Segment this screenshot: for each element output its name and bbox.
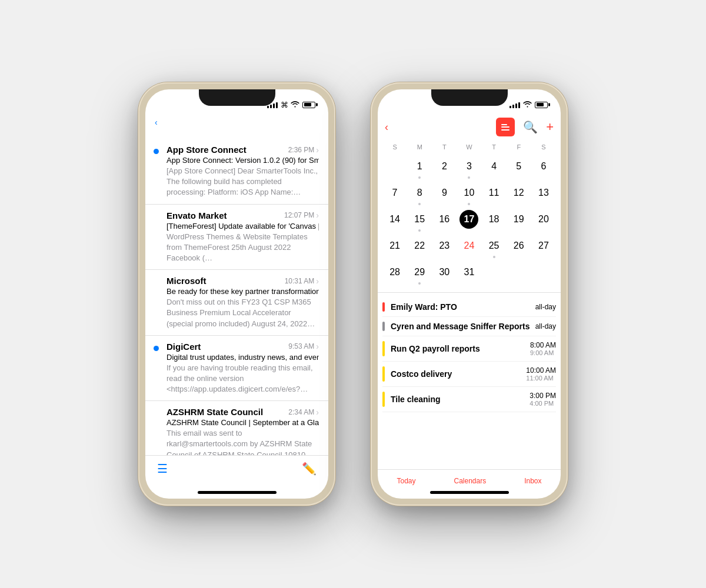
home-indicator-cal	[430, 491, 509, 494]
day-cell[interactable]: 9	[432, 182, 457, 208]
cal-back-button[interactable]: ‹	[385, 121, 389, 133]
mail-back-button[interactable]: ‹	[155, 118, 160, 127]
event-color-bar	[382, 341, 385, 356]
event-color-bar	[382, 366, 385, 382]
event-item[interactable]: Tile cleaning3:00 PM4:00 PM	[382, 387, 556, 412]
email-item[interactable]: AZSHRM State Council2:34 AM›AZSHRM State…	[145, 400, 328, 455]
event-dot	[468, 203, 470, 205]
day-number: 18	[485, 210, 504, 229]
email-item[interactable]: App Store Connect2:36 PM›App Store Conne…	[145, 139, 328, 204]
day-cell[interactable]: 11	[482, 182, 507, 208]
day-cell[interactable]: 4	[482, 155, 507, 182]
battery-icon	[302, 102, 315, 108]
event-item[interactable]: Emily Ward: PTOall-day	[382, 298, 556, 317]
email-item[interactable]: DigiCert9:53 AM›Digital trust updates, i…	[145, 335, 328, 401]
day-cell[interactable]: 7	[382, 182, 407, 208]
add-event-button[interactable]: +	[546, 119, 554, 135]
email-preview: This email was sent to rkarl@smartertool…	[166, 428, 319, 455]
day-cell[interactable]: 22	[407, 235, 432, 261]
cal-tab-inbox[interactable]: Inbox	[512, 475, 553, 487]
email-list[interactable]: App Store Connect2:36 PM›App Store Conne…	[145, 139, 328, 455]
day-cell	[507, 261, 531, 288]
day-cell[interactable]: 14	[382, 208, 407, 235]
email-header: DigiCert9:53 AM›	[166, 342, 319, 352]
list-view-button[interactable]	[496, 118, 515, 136]
day-cell[interactable]: 29	[407, 261, 432, 288]
email-header: AZSHRM State Council2:34 AM›	[166, 407, 319, 417]
day-number	[534, 263, 553, 282]
email-time-chevron: 10:31 AM›	[285, 276, 319, 286]
day-cell[interactable]: 17	[457, 208, 481, 235]
status-icons-mail: ⌘	[267, 101, 315, 109]
cal-tab-calendars[interactable]: Calendars	[442, 475, 498, 487]
event-color-bar	[382, 322, 385, 331]
day-cell[interactable]: 2	[432, 155, 457, 182]
event-item[interactable]: Run Q2 payroll reports8:00 AM9:00 AM	[382, 336, 556, 362]
event-color-bar	[382, 392, 385, 407]
day-cell[interactable]: 19	[507, 208, 531, 235]
day-cell[interactable]: 3	[457, 155, 481, 182]
day-cell[interactable]: 23	[432, 235, 457, 261]
day-number: 23	[435, 236, 454, 255]
day-cell[interactable]: 21	[382, 235, 407, 261]
day-number	[385, 157, 404, 176]
event-time: all-day	[535, 303, 556, 311]
day-number	[509, 263, 528, 282]
search-button[interactable]: 🔍	[523, 120, 538, 134]
filter-icon[interactable]: ☰	[157, 462, 168, 476]
event-item[interactable]: Costco delivery10:00 AM11:00 AM	[382, 362, 556, 387]
day-number	[485, 263, 504, 282]
day-cell[interactable]: 20	[531, 208, 556, 235]
compose-icon[interactable]: ✏️	[302, 462, 317, 476]
day-cell[interactable]: 5	[507, 155, 531, 182]
email-item[interactable]: Envato Market12:07 PM›[ThemeForest] Upda…	[145, 204, 328, 270]
day-cell[interactable]: 25	[482, 235, 507, 261]
chevron-right-icon: ›	[316, 342, 319, 351]
day-cell[interactable]: 16	[432, 208, 457, 235]
day-number: 9	[435, 183, 454, 202]
day-cell[interactable]: 18	[482, 208, 507, 235]
email-item[interactable]: Microsoft10:31 AM›Be ready for these key…	[145, 269, 328, 335]
calendar-screen: ‹ 🔍 + SMTWTFS12345678910111	[378, 89, 561, 499]
event-title: Emily Ward: PTO	[391, 302, 457, 312]
email-time: 2:34 AM	[288, 408, 314, 416]
day-cell[interactable]: 28	[382, 261, 407, 288]
event-item[interactable]: Cyren and Message Sniffer Reportsall-day	[382, 317, 556, 336]
event-time: 10:00 AM11:00 AM	[526, 366, 556, 382]
day-number: 4	[485, 157, 504, 176]
day-number: 15	[410, 210, 429, 229]
day-cell[interactable]: 10	[457, 182, 481, 208]
chevron-right-icon: ›	[316, 276, 319, 286]
day-cell[interactable]: 13	[531, 182, 556, 208]
day-number: 13	[534, 183, 553, 202]
day-cell[interactable]: 27	[531, 235, 556, 261]
notch	[199, 89, 275, 106]
event-dot	[418, 282, 421, 285]
day-number: 19	[509, 210, 528, 229]
day-cell[interactable]: 6	[531, 155, 556, 182]
day-cell[interactable]: 1	[407, 155, 432, 182]
day-number: 3	[459, 157, 478, 176]
day-number: 11	[485, 183, 504, 202]
day-cell[interactable]: 31	[457, 261, 481, 288]
email-sender: App Store Connect	[166, 145, 288, 155]
calendar-navigation: ‹ 🔍 +	[378, 115, 561, 141]
email-time-chevron: 2:36 PM›	[288, 145, 319, 155]
email-header: App Store Connect2:36 PM›	[166, 145, 319, 155]
day-number: 26	[509, 236, 528, 255]
mail-navigation: ‹	[145, 115, 328, 132]
unread-dot	[154, 149, 159, 154]
day-cell[interactable]: 24	[457, 235, 481, 261]
cal-tab-today[interactable]: Today	[385, 475, 427, 487]
day-number: 5	[509, 157, 528, 176]
day-cell[interactable]: 8	[407, 182, 432, 208]
email-time: 10:31 AM	[285, 277, 315, 285]
email-sender: AZSHRM State Council	[166, 407, 288, 417]
day-cell[interactable]: 12	[507, 182, 531, 208]
day-cell[interactable]: 15	[407, 208, 432, 235]
wifi-icon: ⌘	[281, 101, 299, 109]
events-list[interactable]: Emily Ward: PTOall-dayCyren and Message …	[378, 298, 561, 470]
day-cell[interactable]: 26	[507, 235, 531, 261]
email-subject: AZSHRM State Council | September at a Gl…	[166, 418, 319, 427]
day-cell[interactable]: 30	[432, 261, 457, 288]
